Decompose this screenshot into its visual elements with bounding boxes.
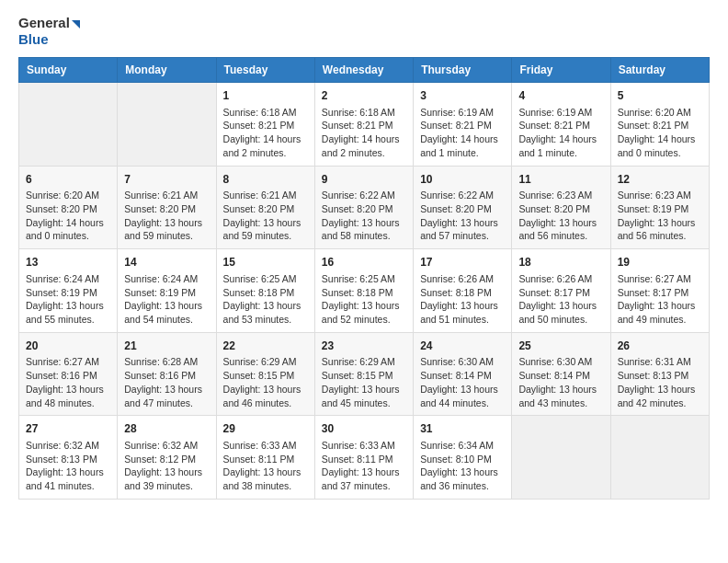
calendar-cell: 31Sunrise: 6:34 AM Sunset: 8:10 PM Dayli… <box>414 416 512 500</box>
calendar-week-row: 27Sunrise: 6:32 AM Sunset: 8:13 PM Dayli… <box>19 416 710 500</box>
day-number: 12 <box>618 172 702 188</box>
day-info: Sunrise: 6:19 AM Sunset: 8:21 PM Dayligh… <box>420 106 505 160</box>
calendar-cell: 27Sunrise: 6:32 AM Sunset: 8:13 PM Dayli… <box>19 416 118 500</box>
day-info: Sunrise: 6:19 AM Sunset: 8:21 PM Dayligh… <box>518 106 603 160</box>
logo: General Blue <box>18 15 80 48</box>
calendar-cell <box>512 416 610 500</box>
calendar-cell: 16Sunrise: 6:25 AM Sunset: 8:18 PM Dayli… <box>314 249 413 333</box>
calendar-cell: 4Sunrise: 6:19 AM Sunset: 8:21 PM Daylig… <box>512 83 610 167</box>
day-number: 10 <box>420 172 505 188</box>
calendar-cell: 7Sunrise: 6:21 AM Sunset: 8:20 PM Daylig… <box>118 166 216 249</box>
day-number: 13 <box>26 255 110 270</box>
day-number: 22 <box>223 339 308 354</box>
day-info: Sunrise: 6:33 AM Sunset: 8:11 PM Dayligh… <box>223 439 308 493</box>
calendar-cell: 1Sunrise: 6:18 AM Sunset: 8:21 PM Daylig… <box>216 83 314 167</box>
calendar-cell: 13Sunrise: 6:24 AM Sunset: 8:19 PM Dayli… <box>19 249 118 333</box>
day-info: Sunrise: 6:24 AM Sunset: 8:19 PM Dayligh… <box>26 272 110 327</box>
calendar-cell: 21Sunrise: 6:28 AM Sunset: 8:16 PM Dayli… <box>118 332 216 416</box>
weekday-header: Friday <box>512 58 610 83</box>
day-info: Sunrise: 6:25 AM Sunset: 8:18 PM Dayligh… <box>322 272 406 327</box>
calendar-cell: 22Sunrise: 6:29 AM Sunset: 8:15 PM Dayli… <box>216 332 314 416</box>
day-number: 30 <box>322 421 406 437</box>
day-number: 1 <box>223 88 308 104</box>
day-number: 19 <box>618 255 702 270</box>
day-info: Sunrise: 6:32 AM Sunset: 8:13 PM Dayligh… <box>26 439 110 493</box>
page-header: General Blue <box>18 15 710 48</box>
day-number: 11 <box>518 172 603 188</box>
day-number: 24 <box>420 339 505 354</box>
day-info: Sunrise: 6:22 AM Sunset: 8:20 PM Dayligh… <box>322 189 406 243</box>
day-number: 2 <box>322 88 406 104</box>
day-number: 6 <box>26 172 110 188</box>
day-number: 26 <box>618 339 702 354</box>
day-number: 27 <box>26 421 110 437</box>
calendar-header-row: SundayMondayTuesdayWednesdayThursdayFrid… <box>19 58 710 83</box>
day-number: 21 <box>124 339 209 354</box>
weekday-header: Sunday <box>19 58 118 83</box>
day-info: Sunrise: 6:26 AM Sunset: 8:17 PM Dayligh… <box>518 272 603 327</box>
calendar-week-row: 13Sunrise: 6:24 AM Sunset: 8:19 PM Dayli… <box>19 249 710 333</box>
day-info: Sunrise: 6:34 AM Sunset: 8:10 PM Dayligh… <box>420 439 505 493</box>
calendar-cell <box>610 416 709 500</box>
day-info: Sunrise: 6:29 AM Sunset: 8:15 PM Dayligh… <box>322 355 406 409</box>
day-number: 23 <box>322 339 406 354</box>
calendar-cell: 10Sunrise: 6:22 AM Sunset: 8:20 PM Dayli… <box>414 166 512 249</box>
calendar-cell: 18Sunrise: 6:26 AM Sunset: 8:17 PM Dayli… <box>512 249 610 333</box>
day-info: Sunrise: 6:24 AM Sunset: 8:19 PM Dayligh… <box>124 272 209 327</box>
weekday-header: Thursday <box>414 58 512 83</box>
calendar-cell: 23Sunrise: 6:29 AM Sunset: 8:15 PM Dayli… <box>314 332 413 416</box>
day-number: 31 <box>420 421 505 437</box>
weekday-header: Monday <box>118 58 216 83</box>
day-number: 28 <box>124 421 209 437</box>
day-info: Sunrise: 6:21 AM Sunset: 8:20 PM Dayligh… <box>223 189 308 243</box>
calendar-cell: 5Sunrise: 6:20 AM Sunset: 8:21 PM Daylig… <box>610 83 709 167</box>
calendar-cell: 29Sunrise: 6:33 AM Sunset: 8:11 PM Dayli… <box>216 416 314 500</box>
day-number: 20 <box>26 339 110 354</box>
day-number: 4 <box>518 88 603 104</box>
day-number: 3 <box>420 88 505 104</box>
day-info: Sunrise: 6:23 AM Sunset: 8:20 PM Dayligh… <box>518 189 603 243</box>
day-info: Sunrise: 6:32 AM Sunset: 8:12 PM Dayligh… <box>124 439 209 493</box>
weekday-header: Saturday <box>610 58 709 83</box>
calendar-cell: 15Sunrise: 6:25 AM Sunset: 8:18 PM Dayli… <box>216 249 314 333</box>
calendar-cell: 26Sunrise: 6:31 AM Sunset: 8:13 PM Dayli… <box>610 332 709 416</box>
day-info: Sunrise: 6:25 AM Sunset: 8:18 PM Dayligh… <box>223 272 308 327</box>
weekday-header: Tuesday <box>216 58 314 83</box>
day-info: Sunrise: 6:18 AM Sunset: 8:21 PM Dayligh… <box>322 106 406 160</box>
day-info: Sunrise: 6:22 AM Sunset: 8:20 PM Dayligh… <box>420 189 505 243</box>
day-number: 25 <box>518 339 603 354</box>
day-info: Sunrise: 6:18 AM Sunset: 8:21 PM Dayligh… <box>223 106 308 160</box>
day-info: Sunrise: 6:31 AM Sunset: 8:13 PM Dayligh… <box>618 355 702 409</box>
day-number: 5 <box>618 88 702 104</box>
day-info: Sunrise: 6:20 AM Sunset: 8:21 PM Dayligh… <box>618 106 702 160</box>
day-info: Sunrise: 6:29 AM Sunset: 8:15 PM Dayligh… <box>223 355 308 409</box>
day-number: 15 <box>223 255 308 270</box>
calendar-cell <box>118 83 216 167</box>
calendar-cell: 28Sunrise: 6:32 AM Sunset: 8:12 PM Dayli… <box>118 416 216 500</box>
day-info: Sunrise: 6:30 AM Sunset: 8:14 PM Dayligh… <box>420 355 505 409</box>
calendar-week-row: 1Sunrise: 6:18 AM Sunset: 8:21 PM Daylig… <box>19 83 710 167</box>
day-info: Sunrise: 6:23 AM Sunset: 8:19 PM Dayligh… <box>618 189 702 243</box>
calendar-cell: 19Sunrise: 6:27 AM Sunset: 8:17 PM Dayli… <box>610 249 709 333</box>
calendar-cell: 14Sunrise: 6:24 AM Sunset: 8:19 PM Dayli… <box>118 249 216 333</box>
day-number: 8 <box>223 172 308 188</box>
calendar-cell: 25Sunrise: 6:30 AM Sunset: 8:14 PM Dayli… <box>512 332 610 416</box>
day-info: Sunrise: 6:27 AM Sunset: 8:16 PM Dayligh… <box>26 355 110 409</box>
day-info: Sunrise: 6:20 AM Sunset: 8:20 PM Dayligh… <box>26 189 110 243</box>
day-info: Sunrise: 6:28 AM Sunset: 8:16 PM Dayligh… <box>124 355 209 409</box>
calendar-cell: 12Sunrise: 6:23 AM Sunset: 8:19 PM Dayli… <box>610 166 709 249</box>
day-number: 18 <box>518 255 603 270</box>
day-number: 9 <box>322 172 406 188</box>
calendar-cell: 17Sunrise: 6:26 AM Sunset: 8:18 PM Dayli… <box>414 249 512 333</box>
calendar-cell <box>19 83 118 167</box>
calendar-cell: 2Sunrise: 6:18 AM Sunset: 8:21 PM Daylig… <box>314 83 413 167</box>
day-number: 7 <box>124 172 209 188</box>
calendar-cell: 20Sunrise: 6:27 AM Sunset: 8:16 PM Dayli… <box>19 332 118 416</box>
day-number: 14 <box>124 255 209 270</box>
calendar-week-row: 6Sunrise: 6:20 AM Sunset: 8:20 PM Daylig… <box>19 166 710 249</box>
day-info: Sunrise: 6:21 AM Sunset: 8:20 PM Dayligh… <box>124 189 209 243</box>
calendar-cell: 8Sunrise: 6:21 AM Sunset: 8:20 PM Daylig… <box>216 166 314 249</box>
calendar-cell: 24Sunrise: 6:30 AM Sunset: 8:14 PM Dayli… <box>414 332 512 416</box>
day-info: Sunrise: 6:30 AM Sunset: 8:14 PM Dayligh… <box>518 355 603 409</box>
calendar-cell: 3Sunrise: 6:19 AM Sunset: 8:21 PM Daylig… <box>414 83 512 167</box>
